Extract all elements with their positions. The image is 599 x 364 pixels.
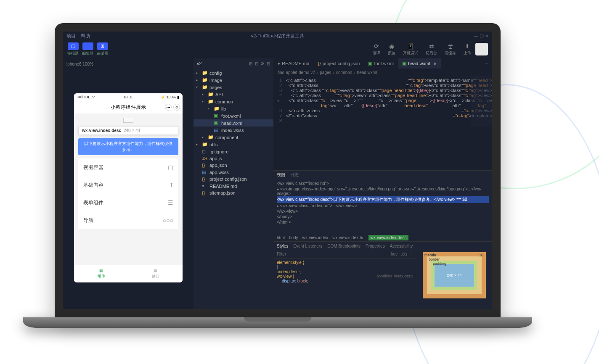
devtools: 视图 日志 <wx-view class="index-hd">▸ <wx-im… (273, 170, 492, 309)
editor-pane: ▾README.md{}project.config.json▣foot.wxm… (273, 58, 492, 309)
cls-toggle[interactable]: .cls (401, 252, 407, 256)
tree-item[interactable]: ▣head.wxml (193, 119, 273, 127)
phone-tab[interactable]: ▦组件 (74, 265, 128, 282)
tree-item[interactable]: {}sitemap.json (193, 190, 273, 196)
editor-tab[interactable]: ▣head.wxml✕ (398, 58, 441, 69)
dom-crumb[interactable]: wx-view.index-hd (332, 235, 364, 240)
toolbar-action[interactable]: 📱真机调试 (403, 43, 418, 56)
list-item[interactable]: 表单组件☰ (78, 194, 178, 211)
list-item[interactable]: 视图容器▢ (78, 158, 178, 176)
tree-item[interactable]: ▤app.wxss (193, 169, 273, 176)
list-item[interactable]: 导航○○○ (78, 211, 178, 229)
editor-tabs: ▾README.md{}project.config.json▣foot.wxm… (273, 58, 492, 69)
refresh-icon[interactable]: ⟳ (261, 61, 264, 66)
css-rules[interactable]: element.style {}.index-desc {</span></di… (273, 258, 416, 309)
toolbar-btn[interactable]: 编辑器 (82, 42, 93, 56)
toolbar-btn[interactable]: ⊞调试器 (97, 42, 108, 56)
tree-item[interactable]: JSapp.js (193, 155, 273, 162)
minimap[interactable] (471, 76, 492, 127)
editor-tab[interactable]: ▾README.md (273, 58, 313, 69)
toolbar-action[interactable]: ⇄切后台 (426, 43, 437, 56)
dom-crumb[interactable]: wx-view.index (302, 235, 329, 240)
phone-tab[interactable]: ▦接口 (128, 265, 183, 282)
styles-tab[interactable]: Accessibility (390, 244, 413, 248)
tree-item[interactable]: ▸📁utils (193, 141, 273, 148)
styles-tab[interactable]: DOM Breakpoints (327, 244, 360, 248)
styles-filter: :hov .cls + (273, 250, 416, 258)
new-folder-icon[interactable]: ⊡ (255, 61, 258, 66)
editor-tab[interactable]: ▣foot.wxml (364, 58, 398, 69)
project-root[interactable]: v2 (197, 61, 202, 66)
device-info: iphone6 100% (66, 60, 190, 68)
styles-tab[interactable]: Properties (366, 244, 385, 248)
menu-project[interactable]: 项目 (66, 33, 76, 39)
tree-item[interactable]: ▾📁common (193, 98, 273, 105)
toolbar-action[interactable]: ⟳编译 (373, 43, 380, 56)
tree-item[interactable]: ▾README.md (193, 182, 273, 190)
window-title: v2-FinClip小程序开发工具 (251, 33, 305, 39)
close-icon: ✕ (433, 61, 437, 66)
dom-crumb[interactable]: html (277, 235, 285, 240)
dom-breadcrumb: htmlbodywx-view.indexwx-view.index-hdwx-… (273, 234, 492, 241)
more-tabs-icon[interactable]: ⋯ (481, 61, 492, 66)
toolbar-action[interactable]: ◉预览 (388, 43, 395, 56)
tree-item[interactable]: ▾📁pages (193, 84, 273, 91)
crumb[interactable]: common (336, 70, 352, 75)
tab-log[interactable]: 日志 (290, 172, 299, 178)
toolbar-btn[interactable]: ▢模拟器 (67, 42, 79, 56)
window-controls[interactable]: — ▢ ✕ (474, 33, 489, 39)
dom-node[interactable]: </wx-view> (277, 208, 489, 214)
phone-statusbar: •••ıl IDE ⩝ 10:01 ⚡ 100% ▮ (74, 93, 183, 101)
hov-toggle[interactable]: :hov (390, 252, 398, 256)
menu-help[interactable]: 帮助 (81, 33, 90, 39)
tree-item[interactable]: ▸📁API (193, 91, 273, 98)
tree-item[interactable]: ▣foot.wxml (193, 112, 273, 119)
dom-node[interactable]: ▸ <wx-view class="index-bd">...</wx-view… (277, 203, 489, 208)
devtools-top-tabs: 视图 日志 (273, 171, 492, 179)
filter-input[interactable] (277, 252, 386, 256)
tree-item[interactable]: {}project.config.json (193, 176, 273, 182)
tree-item[interactable]: {}app.json (193, 162, 273, 169)
styles-tab[interactable]: Event Listeners (293, 244, 322, 248)
more-icon[interactable]: ••• (165, 104, 172, 111)
code-editor[interactable]: 1<"c-attr">class="c-tag">template "c-att… (273, 76, 492, 170)
tab-view[interactable]: 视图 (277, 172, 285, 178)
list-item[interactable]: 基础内容T (78, 176, 178, 194)
tree-item[interactable]: ▸📁lib (193, 105, 273, 112)
add-rule-icon[interactable]: + (411, 252, 413, 256)
dom-node[interactable]: <wx-view class="index-hd"> (277, 181, 489, 186)
breadcrumb: fino-applet-demo-v2 › pages › common › h… (273, 69, 492, 76)
tree-item[interactable]: ▤index.wxss (193, 127, 273, 134)
crumb[interactable]: pages (320, 70, 331, 75)
dom-node[interactable]: <wx-view class="index-desc">以下将展示小程序官方组件… (277, 196, 489, 203)
dom-node[interactable]: ▸ <wx-image class="index-logo" src="../r… (277, 186, 489, 196)
file-explorer: v2 ⊞ ⊡ ⟳ ⊟ ▸📁config▸📁image▾📁pages▸📁API▾📁… (193, 58, 273, 309)
simulator-pane: iphone6 100% •••ıl IDE ⩝ 10:01 ⚡ 100% ▮ … (63, 58, 193, 309)
dom-crumb[interactable]: body (289, 235, 298, 240)
styles-tab[interactable]: Styles (277, 244, 288, 248)
ide-window: 项目 帮助 v2-FinClip小程序开发工具 — ▢ ✕ ▢模拟器编辑器⊞调试… (63, 32, 492, 309)
tree-item[interactable]: ▸📁component (193, 134, 273, 141)
tree-item[interactable]: ▸📁image (193, 76, 273, 84)
toolbar: ▢模拟器编辑器⊞调试器 ⟳编译◉预览📱真机调试⇄切后台🗑清缓存⬆上传 (63, 40, 492, 58)
box-model: margin 10 border padding 240 × 44 (416, 242, 492, 309)
new-file-icon[interactable]: ⊞ (249, 61, 252, 66)
toolbar-action[interactable]: ⬆上传 (464, 43, 471, 56)
collapse-icon[interactable]: ⊟ (267, 61, 270, 66)
close-icon[interactable]: ⊙ (173, 104, 180, 111)
editor-tab[interactable]: {}project.config.json (313, 58, 364, 69)
tree-item[interactable]: ▸📁config (193, 69, 273, 76)
inspector-tooltip: wx-view.index-desc240 × 44 (78, 126, 178, 135)
tree-item[interactable]: ◻.gitignore (193, 148, 273, 155)
phone-simulator[interactable]: •••ıl IDE ⩝ 10:01 ⚡ 100% ▮ 小程序组件展示 ••• ⊙… (74, 93, 183, 282)
crumb[interactable]: head.wxml (357, 70, 377, 75)
avatar[interactable] (475, 43, 488, 55)
dom-node[interactable]: </body> (277, 214, 489, 219)
dom-crumb[interactable]: wx-view.index-desc (368, 235, 408, 240)
crumb[interactable]: fino-applet-demo-v2 (278, 70, 315, 75)
page-title: 小程序组件展示 (111, 104, 146, 111)
dom-tree[interactable]: <wx-view class="index-hd">▸ <wx-image cl… (273, 179, 492, 234)
toolbar-action[interactable]: 🗑清缓存 (445, 43, 456, 56)
dom-node[interactable]: </html> (277, 219, 489, 225)
highlighted-element[interactable]: 以下将展示小程序官方组件能力，组件样式仅供参考。 (78, 138, 178, 155)
